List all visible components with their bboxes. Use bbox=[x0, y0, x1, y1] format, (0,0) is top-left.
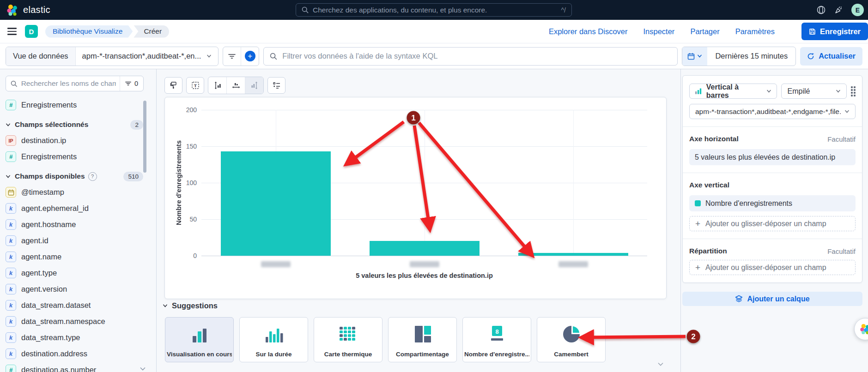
key-field-icon: k bbox=[6, 235, 16, 246]
share-link[interactable]: Partager bbox=[690, 27, 719, 36]
key-field-icon: k bbox=[6, 284, 16, 294]
stacking-mode-select[interactable]: Empilé bbox=[781, 84, 847, 99]
suggestion-cards: Visualisation en cours Sur la durée Car bbox=[165, 317, 606, 362]
guided-setup-icon[interactable] bbox=[816, 5, 826, 15]
right-axis-button-disabled bbox=[245, 77, 263, 94]
field-row[interactable]: @timestamp bbox=[6, 184, 156, 200]
bar[interactable] bbox=[221, 151, 331, 256]
chart-panel[interactable]: Nombre d'enregistrements 5 valeurs les p… bbox=[164, 97, 667, 299]
layer-actions-icon[interactable] bbox=[851, 86, 856, 96]
field-count-badge: 510 bbox=[123, 172, 143, 181]
elastic-logo-icon bbox=[860, 324, 868, 335]
breakdown-add-field[interactable]: + Ajouter ou glisser-déposer un champ bbox=[689, 260, 856, 275]
data-view-picker[interactable]: Vue de données apm-*-transaction*,auditb… bbox=[6, 47, 219, 66]
field-row[interactable]: kagent.name bbox=[6, 249, 156, 265]
newsfeed-icon[interactable] bbox=[834, 5, 844, 15]
refresh-button[interactable]: Actualiser bbox=[800, 47, 862, 66]
treemap-icon bbox=[413, 325, 432, 343]
layer-header-section: Vertical à barres Empilé apm-*-transacti… bbox=[683, 76, 862, 126]
chart-type-switch[interactable]: Vertical à barres bbox=[689, 84, 777, 99]
field-row[interactable]: kdestination.address bbox=[6, 346, 156, 362]
legend-button[interactable] bbox=[267, 77, 285, 94]
vertical-axis-add-field[interactable]: + Ajouter ou glisser-déposer un champ bbox=[689, 216, 856, 231]
gridline bbox=[425, 110, 425, 256]
settings-link[interactable]: Paramètres bbox=[735, 27, 775, 36]
refresh-icon bbox=[807, 53, 814, 60]
time-range-value[interactable]: Dernières 15 minutes bbox=[707, 47, 795, 66]
key-field-icon: k bbox=[6, 268, 16, 278]
space-badge[interactable]: D bbox=[25, 25, 38, 38]
field-filter-button[interactable]: 0 bbox=[120, 76, 143, 91]
x-axis-title: 5 valeurs les plus élevées de destinatio… bbox=[201, 272, 647, 279]
key-field-icon: k bbox=[6, 252, 16, 262]
workspace: T Nombre d'enregistrements 5 valeurs les… bbox=[157, 69, 680, 372]
explore-in-discover-link[interactable]: Explorer dans Discover bbox=[549, 27, 628, 36]
field-row[interactable]: kdata_stream.type bbox=[6, 330, 156, 346]
left-axis-button[interactable] bbox=[208, 77, 226, 94]
elastic-logo-icon bbox=[6, 4, 18, 16]
inspect-link[interactable]: Inspecter bbox=[643, 27, 675, 36]
field-search-input[interactable]: Rechercher les noms de cham 0 bbox=[6, 76, 144, 91]
saved-query-menu-button[interactable] bbox=[223, 47, 241, 66]
x-axis-tick-label-censored bbox=[261, 261, 291, 267]
horizontal-axis-section: Axe horizontal Facultatif 5 valeurs les … bbox=[683, 126, 862, 173]
field-section-toggle[interactable]: Champs sélectionnés2 bbox=[6, 117, 156, 132]
time-range-picker[interactable]: Dernières 15 minutes bbox=[682, 47, 796, 66]
bottom-axis-button[interactable] bbox=[226, 77, 245, 94]
calendar-menu-button[interactable] bbox=[682, 47, 707, 66]
bar[interactable] bbox=[370, 241, 480, 256]
menu-icon[interactable] bbox=[7, 28, 17, 35]
horizontal-axis-dimension[interactable]: 5 valeurs les plus élevées de destinatio… bbox=[689, 149, 856, 165]
chevron-down-icon bbox=[844, 109, 850, 114]
suggestion-pie[interactable]: Camembert bbox=[537, 317, 606, 362]
suggestion-over-time[interactable]: Sur la durée bbox=[239, 317, 308, 362]
field-row[interactable]: kagent.id bbox=[6, 233, 156, 249]
field-row[interactable]: kagent.hostname bbox=[6, 216, 156, 233]
add-layer-button[interactable]: Ajouter un calque bbox=[682, 292, 862, 306]
suggestion-heatmap[interactable]: Carte thermique bbox=[314, 317, 382, 362]
field-row[interactable]: kagent.version bbox=[6, 281, 156, 297]
field-row[interactable]: IPdestination.ip bbox=[6, 132, 156, 149]
metric-icon: 8 bbox=[488, 325, 506, 343]
suggestion-metric[interactable]: 8 Nombre d'enregistre... bbox=[462, 317, 531, 362]
global-search-input[interactable]: Cherchez des applications, du contenu, e… bbox=[296, 3, 572, 17]
appearance-button[interactable] bbox=[164, 77, 182, 94]
scroll-down-icon[interactable] bbox=[658, 362, 663, 366]
field-row[interactable]: #destination.as.number bbox=[6, 362, 156, 372]
field-row[interactable]: kagent.ephemeral_id bbox=[6, 200, 156, 216]
suggestions-toggle[interactable]: Suggestions bbox=[163, 301, 218, 310]
ip-field-icon: IP bbox=[6, 135, 16, 146]
save-button[interactable]: Enregistrer bbox=[801, 23, 868, 40]
chevron-down-icon bbox=[206, 54, 212, 59]
bar-chart-icon bbox=[190, 325, 209, 343]
scroll-down-icon[interactable] bbox=[140, 367, 146, 371]
field-row[interactable]: #Enregistrements bbox=[6, 149, 156, 165]
gridline bbox=[573, 110, 574, 256]
x-axis-tick-label-censored bbox=[410, 261, 439, 267]
add-filter-button[interactable]: + bbox=[241, 47, 259, 66]
labels-button[interactable]: T bbox=[186, 77, 204, 94]
bar[interactable] bbox=[518, 253, 628, 256]
search-icon bbox=[270, 53, 277, 60]
field-row[interactable]: kagent.type bbox=[6, 265, 156, 281]
filter-icon bbox=[125, 81, 131, 86]
chart-toolbar: T bbox=[164, 77, 285, 94]
sidebar-scrollbar[interactable] bbox=[143, 101, 146, 173]
num-field-icon: # bbox=[6, 151, 16, 162]
field-section-toggle[interactable]: Champs disponibles ?510 bbox=[6, 168, 156, 184]
vertical-axis-dimension[interactable]: Nombre d'enregistrements bbox=[689, 195, 856, 211]
layer-index-pattern-select[interactable]: apm-*-transaction*,auditbeat-*,endgame-*… bbox=[689, 104, 856, 119]
series-color-swatch bbox=[695, 200, 701, 206]
breadcrumb-visualize-library[interactable]: Bibliothèque Visualize bbox=[45, 25, 133, 38]
field-row[interactable]: #Enregistrements bbox=[6, 97, 156, 113]
user-avatar[interactable]: E bbox=[851, 4, 864, 16]
date-field-icon bbox=[6, 187, 16, 198]
elastic-brand[interactable]: elastic bbox=[6, 0, 50, 20]
field-row[interactable]: kdata_stream.dataset bbox=[6, 297, 156, 313]
search-shortcut-hint: ^/ bbox=[561, 6, 566, 14]
suggestion-treemap[interactable]: Compartimentage bbox=[388, 317, 457, 362]
field-row[interactable]: kdata_stream.namespace bbox=[6, 313, 156, 330]
kql-filter-input[interactable]: Filtrer vos données à l'aide de la synta… bbox=[263, 47, 678, 66]
suggestion-current[interactable]: Visualisation en cours bbox=[165, 317, 234, 362]
heatmap-icon bbox=[339, 325, 358, 343]
